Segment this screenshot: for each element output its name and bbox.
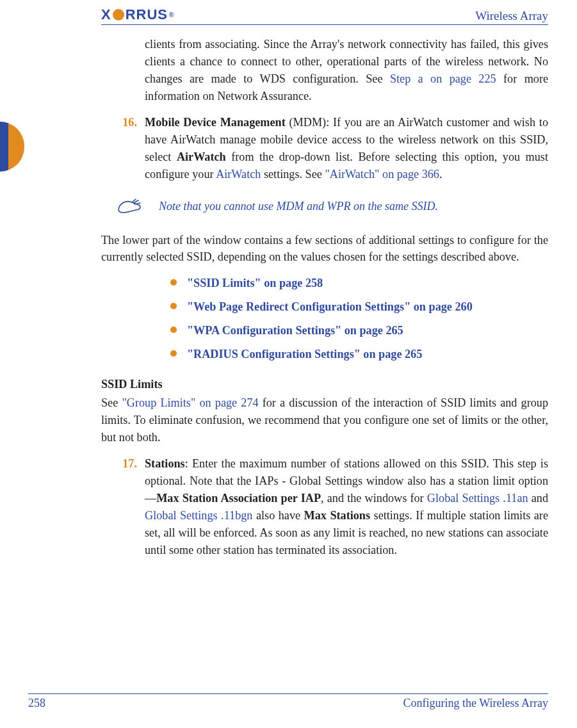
logo-text-right: RRUS	[126, 6, 168, 23]
item-16-airwatch-bold: AirWatch	[177, 150, 226, 163]
item-16-t4: .	[439, 168, 443, 181]
ssid-limits-paragraph: See "Group Limits" on page 274 for a dis…	[101, 394, 548, 446]
item-17-max-stations: Max Stations	[304, 509, 371, 522]
item-17-t2: , and the windows for	[321, 492, 427, 505]
item-17-max-assoc: Max Station Association per IAP	[156, 492, 321, 505]
side-tab-marker	[0, 122, 24, 172]
page-footer: 258 Configuring the Wireless Array	[28, 693, 548, 710]
list-item: "Web Page Redirect Configuration Setting…	[170, 298, 548, 316]
note-row: Note that you cannot use MDM and WPR on …	[101, 197, 548, 216]
link-wpa-settings-265[interactable]: "WPA Configuration Settings" on page 265	[187, 324, 403, 337]
link-wpr-settings-260[interactable]: "Web Page Redirect Configuration Setting…	[187, 300, 473, 313]
link-ssid-limits-258[interactable]: "SSID Limits" on page 258	[187, 277, 323, 289]
item-number-16: 16.	[101, 114, 145, 183]
link-step-a-225[interactable]: Step a on page 225	[390, 72, 496, 85]
item-17-term: Stations	[145, 457, 185, 470]
xirrus-logo: X RRUS ®	[101, 6, 174, 24]
heading-ssid-limits: SSID Limits	[101, 376, 548, 393]
list-item: "SSID Limits" on page 258	[170, 275, 548, 292]
mid-paragraph: The lower part of the window contains a …	[101, 232, 548, 266]
ssid-t1: See	[101, 396, 122, 409]
footer-section-title: Configuring the Wireless Array	[403, 697, 548, 710]
item-number-17: 17.	[101, 455, 145, 559]
link-airwatch-page-366[interactable]: "AirWatch" on page 366	[325, 168, 439, 181]
list-item-17: 17. Stations: Enter the maximum number o…	[101, 455, 548, 559]
logo-sun-icon	[113, 9, 124, 20]
page-header: X RRUS ® Wireless Array	[101, 5, 548, 25]
logo-registered: ®	[169, 12, 174, 19]
list-item-16: 16. Mobile Device Management (MDM): If y…	[101, 114, 548, 183]
item-17-body: Stations: Enter the maximum number of st…	[145, 455, 548, 559]
logo-text-left: X	[101, 6, 111, 23]
item-17-t3: and	[528, 492, 548, 505]
page-number: 258	[28, 697, 45, 710]
link-group-limits-274[interactable]: "Group Limits" on page 274	[122, 396, 258, 409]
link-global-11an[interactable]: Global Settings .11an	[427, 492, 528, 505]
link-global-11bgn[interactable]: Global Settings .11bgn	[145, 509, 252, 522]
intro-continuation: clients from associating. Since the Arra…	[145, 36, 548, 105]
note-text: Note that you cannot use MDM and WPR on …	[159, 198, 438, 215]
link-radius-settings-265[interactable]: "RADIUS Configuration Settings" on page …	[187, 348, 422, 360]
header-title: Wireless Array	[475, 9, 548, 24]
note-hand-icon	[101, 197, 159, 216]
list-item: "RADIUS Configuration Settings" on page …	[170, 346, 548, 363]
list-item: "WPA Configuration Settings" on page 265	[170, 322, 548, 339]
item-17-t4: also have	[252, 509, 304, 522]
page-content: clients from associating. Since the Arra…	[101, 36, 548, 568]
item-16-term: Mobile Device Management	[145, 116, 286, 129]
item-16-t3: settings. See	[261, 168, 325, 181]
link-airwatch-settings[interactable]: AirWatch	[216, 168, 261, 181]
item-16-body: Mobile Device Management (MDM): If you a…	[145, 114, 548, 183]
bullet-list: "SSID Limits" on page 258 "Web Page Redi…	[145, 275, 548, 363]
